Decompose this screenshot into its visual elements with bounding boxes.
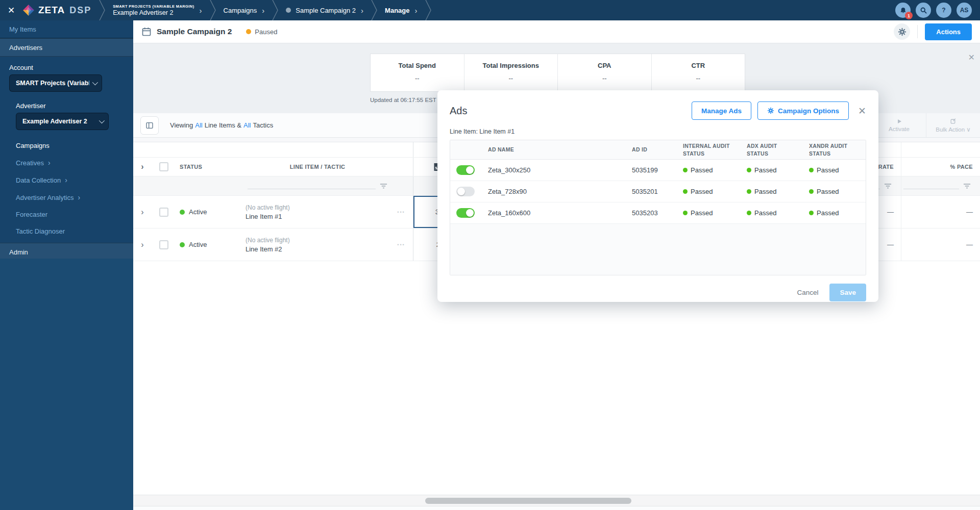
breadcrumb: SMART PROJECTS (VARIABLE MARGIN) Example… bbox=[99, 0, 895, 20]
modal-line-item-label: Line Item: Line Item #1 bbox=[450, 128, 866, 135]
ad-row: Zeta_728x90 5035201 Passed Passed Passed bbox=[450, 181, 866, 202]
zeta-dsp-logo[interactable]: ZETA DSP bbox=[22, 4, 91, 16]
row-menu-icon[interactable]: ••• bbox=[397, 210, 405, 215]
line-item-name[interactable]: Line Item #2 bbox=[246, 245, 389, 253]
campaign-options-button[interactable]: Campaign Options bbox=[757, 101, 849, 120]
stat-total-spend: Total Spend -- bbox=[371, 54, 464, 91]
calendar-icon bbox=[141, 27, 152, 37]
ad-enabled-toggle[interactable] bbox=[456, 165, 475, 175]
ads-modal: Ads Manage Ads Campaign Options ✕ Line I… bbox=[437, 90, 878, 302]
ad-enabled-toggle[interactable] bbox=[456, 187, 475, 196]
help-button[interactable]: ? bbox=[936, 3, 951, 18]
pace-value: — bbox=[966, 208, 973, 216]
passed-dot-icon bbox=[683, 189, 688, 194]
ads-table-header: AD NAME AD ID INTERNAL AUDIT STATUS ADX … bbox=[450, 140, 866, 160]
sidebar-item-advertisers[interactable]: Advertisers bbox=[0, 38, 133, 57]
line-item-filter-input[interactable] bbox=[248, 189, 376, 189]
win-rate-value: — bbox=[887, 241, 894, 248]
sidebar-item-my-items[interactable]: My Items bbox=[0, 20, 133, 38]
horizontal-scrollbar[interactable] bbox=[133, 495, 980, 506]
search-button[interactable] bbox=[916, 3, 931, 18]
filter-all-line-items[interactable]: All bbox=[195, 121, 202, 129]
content-footer-area bbox=[133, 506, 980, 510]
page-title: Sample Campaign 2 bbox=[157, 27, 232, 36]
chevron-right-icon: › bbox=[415, 7, 418, 14]
topbar: ✕ ZETA DSP SMART PROJECTS (VARIABLE MARG… bbox=[0, 0, 980, 20]
pace-column-header[interactable]: % PACE bbox=[901, 158, 980, 176]
sidebar: My Items Advertisers Account SMART Proje… bbox=[0, 20, 133, 510]
scrollbar-thumb[interactable] bbox=[425, 498, 631, 504]
filter-icon[interactable] bbox=[884, 183, 892, 189]
row-checkbox[interactable] bbox=[159, 208, 168, 217]
ad-id-header: AD ID bbox=[627, 146, 678, 153]
ad-name: Zeta_728x90 bbox=[483, 188, 627, 195]
status-column-header[interactable]: STATUS bbox=[176, 158, 241, 176]
sidebar-item-data-collection[interactable]: Data Collection› bbox=[0, 171, 133, 189]
expand-row-icon[interactable]: › bbox=[141, 240, 143, 249]
breadcrumb-campaigns[interactable]: Campaigns › bbox=[216, 0, 272, 20]
actions-button[interactable]: Actions bbox=[925, 23, 972, 40]
line-item-name[interactable]: Line Item #1 bbox=[246, 213, 389, 220]
save-button[interactable]: Save bbox=[829, 284, 866, 301]
edit-icon bbox=[950, 118, 957, 124]
chevron-right-icon: › bbox=[78, 193, 80, 201]
passed-dot-icon bbox=[747, 211, 751, 215]
filter-icon[interactable] bbox=[963, 183, 971, 189]
account-select[interactable]: SMART Projects (Variable M bbox=[9, 74, 102, 92]
breadcrumb-account-label: SMART PROJECTS (VARIABLE MARGIN) bbox=[113, 4, 194, 9]
avatar[interactable]: AS bbox=[957, 3, 972, 18]
chevron-right-icon: › bbox=[361, 7, 363, 14]
settings-button[interactable] bbox=[894, 23, 910, 40]
cancel-button[interactable]: Cancel bbox=[797, 289, 818, 296]
breadcrumb-campaign[interactable]: Sample Campaign 2 › bbox=[279, 0, 371, 20]
expand-row-icon[interactable]: › bbox=[141, 208, 143, 217]
chevron-down-icon bbox=[99, 118, 105, 123]
activate-button[interactable]: Activate bbox=[872, 113, 926, 137]
status-badge: Paused bbox=[246, 28, 277, 36]
modal-close-icon[interactable]: ✕ bbox=[858, 105, 866, 117]
page-header: Sample Campaign 2 Paused Actions bbox=[133, 20, 980, 43]
sidebar-item-advertiser-analytics[interactable]: Advertiser Analytics› bbox=[0, 189, 133, 206]
banner-close-icon[interactable]: ✕ bbox=[968, 53, 975, 62]
notification-badge: 1 bbox=[905, 12, 913, 19]
breadcrumb-manage[interactable]: Manage › bbox=[378, 0, 424, 20]
breadcrumb-advertiser[interactable]: SMART PROJECTS (VARIABLE MARGIN) Example… bbox=[106, 0, 209, 20]
column-settings-button[interactable] bbox=[140, 116, 159, 135]
advertiser-select[interactable]: Example Advertiser 2 bbox=[16, 113, 109, 130]
chevron-down-icon bbox=[92, 80, 98, 85]
stat-total-impressions: Total Impressions -- bbox=[464, 54, 558, 91]
sidebar-item-tactic-diagnoser[interactable]: Tactic Diagnoser bbox=[0, 223, 133, 240]
filter-icon[interactable] bbox=[380, 183, 387, 189]
search-icon bbox=[920, 7, 927, 14]
breadcrumb-separator-icon bbox=[272, 0, 279, 20]
sidebar-item-creatives[interactable]: Creatives› bbox=[0, 154, 133, 171]
row-menu-icon[interactable]: ••• bbox=[397, 242, 405, 247]
divider bbox=[917, 25, 918, 38]
active-dot-icon bbox=[180, 210, 185, 215]
sidebar-item-forecaster[interactable]: Forecaster bbox=[0, 206, 133, 223]
columns-icon bbox=[145, 121, 154, 130]
expand-all-icon[interactable]: › bbox=[141, 162, 144, 171]
win-rate-value: — bbox=[887, 208, 894, 216]
active-dot-icon bbox=[180, 242, 185, 247]
advertiser-label: Advertiser bbox=[0, 92, 133, 113]
gear-icon bbox=[898, 28, 906, 36]
passed-dot-icon bbox=[747, 189, 751, 194]
select-all-checkbox[interactable] bbox=[159, 162, 168, 171]
ad-row: Zeta_300x250 5035199 Passed Passed Passe… bbox=[450, 160, 866, 181]
ad-enabled-toggle[interactable] bbox=[456, 208, 475, 218]
sidebar-footer-area bbox=[0, 259, 133, 510]
line-item-column-header[interactable]: LINE ITEM / TACTIC bbox=[241, 158, 389, 176]
sidebar-item-campaigns[interactable]: Campaigns bbox=[0, 137, 133, 154]
filter-all-tactics[interactable]: All bbox=[243, 121, 251, 129]
row-checkbox[interactable] bbox=[159, 240, 168, 249]
ad-id: 5035203 bbox=[627, 209, 678, 217]
pace-filter-input[interactable] bbox=[903, 189, 959, 189]
breadcrumb-separator-icon bbox=[425, 0, 432, 20]
passed-dot-icon bbox=[683, 211, 688, 215]
chevron-right-icon: › bbox=[200, 7, 202, 14]
manage-ads-button[interactable]: Manage Ads bbox=[692, 101, 751, 120]
notifications-button[interactable]: 1 bbox=[895, 3, 911, 18]
bulk-action-button[interactable]: Bulk Action ∨ bbox=[926, 113, 980, 137]
close-nav-icon[interactable]: ✕ bbox=[0, 5, 22, 16]
